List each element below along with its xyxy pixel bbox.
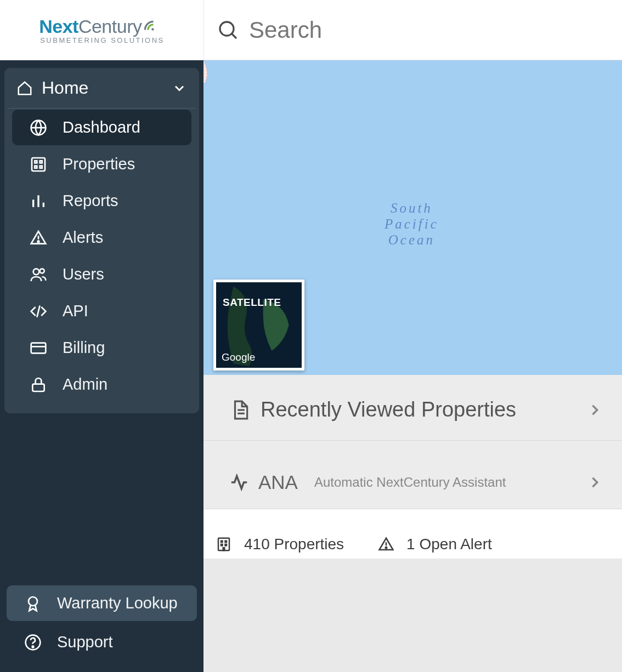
sidebar-item-label: Billing <box>63 339 105 357</box>
chevron-down-icon <box>172 81 187 96</box>
svg-rect-18 <box>31 343 46 353</box>
svg-rect-7 <box>40 161 42 163</box>
svg-line-2 <box>232 33 236 38</box>
svg-rect-29 <box>225 541 227 543</box>
sidebar-item-billing[interactable]: Billing <box>12 330 191 366</box>
sidebar: Home Dashboard Pro <box>0 60 203 672</box>
svg-point-1 <box>220 22 234 36</box>
main-content: South Pacific Ocean SATELLITE Google <box>203 60 622 672</box>
globe-icon <box>29 119 48 136</box>
satellite-label: SATELLITE <box>223 297 281 309</box>
brand-name-2: Century <box>78 16 142 37</box>
brand-name-1: Next <box>39 16 78 37</box>
code-icon <box>29 303 48 320</box>
svg-point-0 <box>152 28 154 30</box>
section-recently-viewed[interactable]: Recently Viewed Properties <box>203 375 622 441</box>
lock-icon <box>29 376 48 394</box>
map-landmass-icon <box>203 60 236 93</box>
document-icon <box>230 400 251 420</box>
map-ocean-label: South Pacific Ocean <box>384 201 439 248</box>
ana-subtitle: Automatic NextCentury Assistant <box>314 475 577 490</box>
bar-chart-icon <box>29 192 48 210</box>
svg-rect-5 <box>32 158 45 171</box>
svg-rect-9 <box>40 166 42 168</box>
sidebar-item-label: Dashboard <box>63 118 140 136</box>
search-wrap <box>203 0 622 60</box>
footer-alerts-count: 1 Open Alert <box>406 536 492 553</box>
sidebar-section-header-home[interactable]: Home <box>8 71 196 109</box>
sidebar-header-title: Home <box>42 78 88 98</box>
building-icon <box>29 156 48 173</box>
brand-tagline: SUBMETERING SOLUTIONS <box>40 36 165 44</box>
alert-triangle-icon <box>29 229 48 247</box>
sidebar-item-support[interactable]: Support <box>7 624 197 660</box>
sidebar-item-label: Reports <box>63 192 118 210</box>
wifi-arc-icon <box>143 19 157 33</box>
sidebar-item-label: Users <box>63 265 104 283</box>
svg-rect-8 <box>35 166 37 168</box>
section-title: Recently Viewed Properties <box>261 398 516 422</box>
svg-point-21 <box>29 597 37 606</box>
svg-rect-31 <box>225 544 227 546</box>
footer-properties-count: 410 Properties <box>244 536 344 553</box>
chevron-right-icon <box>587 475 602 490</box>
sidebar-item-label: Alerts <box>63 229 103 247</box>
sidebar-item-label: Properties <box>63 155 135 173</box>
topbar: NextCentury SUBMETERING SOLUTIONS <box>0 0 622 60</box>
svg-point-15 <box>33 269 39 275</box>
search-input[interactable] <box>249 17 622 43</box>
users-icon <box>29 266 48 283</box>
svg-rect-6 <box>35 161 37 163</box>
activity-icon <box>230 473 248 492</box>
sidebar-item-users[interactable]: Users <box>12 257 191 292</box>
help-circle-icon <box>23 634 43 651</box>
footer-stats: 410 Properties 1 Open Alert <box>203 509 622 559</box>
building-icon <box>216 536 232 553</box>
search-icon <box>217 19 239 41</box>
sidebar-item-properties[interactable]: Properties <box>12 146 191 182</box>
sidebar-item-alerts[interactable]: Alerts <box>12 220 191 255</box>
svg-rect-30 <box>221 544 223 546</box>
sidebar-item-label: Admin <box>63 375 108 394</box>
svg-point-16 <box>40 269 44 273</box>
svg-rect-20 <box>32 384 44 391</box>
sidebar-item-label: Warranty Lookup <box>57 594 178 612</box>
sidebar-item-admin[interactable]: Admin <box>12 367 191 402</box>
sidebar-item-warranty-lookup[interactable]: Warranty Lookup <box>7 585 197 621</box>
sidebar-item-api[interactable]: API <box>12 293 191 329</box>
ana-title: ANA <box>258 471 298 493</box>
map-view[interactable]: South Pacific Ocean SATELLITE Google <box>203 60 622 375</box>
brand-logo[interactable]: NextCentury SUBMETERING SOLUTIONS <box>0 0 203 60</box>
chevron-right-icon <box>587 402 602 418</box>
home-icon <box>16 80 33 96</box>
sidebar-item-label: Support <box>57 633 113 651</box>
award-icon <box>23 595 43 612</box>
section-ana[interactable]: ANA Automatic NextCentury Assistant <box>203 441 622 509</box>
alert-triangle-icon <box>378 536 394 553</box>
sidebar-item-reports[interactable]: Reports <box>12 183 191 219</box>
sidebar-item-dashboard[interactable]: Dashboard <box>12 110 191 145</box>
svg-point-34 <box>386 547 387 549</box>
sidebar-item-label: API <box>63 302 88 320</box>
svg-point-23 <box>32 646 34 647</box>
map-satellite-toggle[interactable]: SATELLITE Google <box>213 280 304 371</box>
svg-line-17 <box>37 305 39 317</box>
svg-rect-28 <box>221 541 223 543</box>
credit-card-icon <box>29 339 48 357</box>
svg-point-14 <box>38 241 39 242</box>
svg-rect-32 <box>223 548 225 550</box>
satellite-brand: Google <box>222 351 255 363</box>
